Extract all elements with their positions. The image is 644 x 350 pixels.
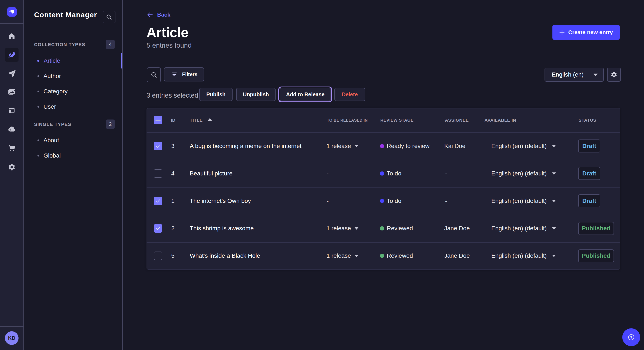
svg-text:?: ? [630, 336, 632, 340]
